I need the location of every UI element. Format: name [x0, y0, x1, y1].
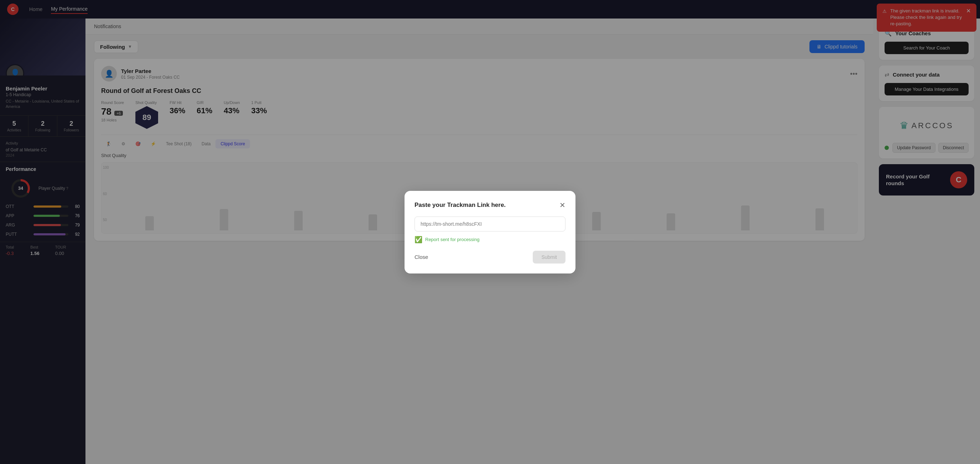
modal-close-button[interactable]: Close: [415, 251, 428, 263]
modal-success-message: ✅ Report sent for processing: [415, 236, 565, 243]
modal-submit-button[interactable]: Submit: [533, 251, 565, 264]
check-circle-icon: ✅: [415, 236, 422, 243]
trackman-link-input[interactable]: [415, 216, 565, 232]
modal-close-x-button[interactable]: ✕: [560, 201, 565, 210]
modal-header: Paste your Trackman Link here. ✕: [415, 201, 565, 210]
modal-title: Paste your Trackman Link here.: [415, 202, 506, 209]
trackman-modal: Paste your Trackman Link here. ✕ ✅ Repor…: [404, 191, 576, 273]
modal-overlay: Paste your Trackman Link here. ✕ ✅ Repor…: [0, 0, 980, 464]
modal-footer: Close Submit: [415, 251, 565, 264]
success-text: Report sent for processing: [425, 237, 479, 242]
